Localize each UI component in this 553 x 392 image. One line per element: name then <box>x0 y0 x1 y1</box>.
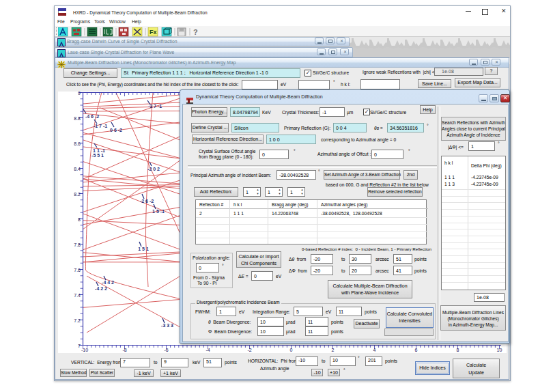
svg-text:-10: -10 <box>81 348 88 352</box>
svg-text:-2: -2 <box>247 348 251 352</box>
svg-text:7: 7 <box>78 344 81 348</box>
svg-text:2: 2 <box>332 348 335 352</box>
svg-text:8: 8 <box>457 348 459 352</box>
svg-text:8.2: 8.2 <box>74 192 81 197</box>
svg-text:0 6 -2: 0 6 -2 <box>110 128 122 132</box>
svg-text:-4: -4 <box>205 348 210 352</box>
svg-text:7.6: 7.6 <box>74 268 81 272</box>
svg-text:-2 0 2: -2 0 2 <box>147 167 160 171</box>
svg-text:1 5 1: 1 5 1 <box>138 247 149 251</box>
svg-text:7.4: 7.4 <box>74 293 81 298</box>
svg-text:8.8: 8.8 <box>74 116 81 121</box>
svg-text:-2 6 -2: -2 6 -2 <box>140 199 154 204</box>
svg-text:Fx: Fx <box>150 29 157 36</box>
svg-text:-1 7 -1: -1 7 -1 <box>94 124 107 128</box>
svg-text:7.8: 7.8 <box>74 242 81 247</box>
svg-text:6: 6 <box>415 348 418 352</box>
svg-text:10: 10 <box>497 348 502 352</box>
svg-text:9: 9 <box>78 92 81 96</box>
svg-text:0: 0 <box>290 348 293 352</box>
svg-text:-4 6 -2: -4 6 -2 <box>85 114 99 119</box>
svg-text:1 5 -1: 1 5 -1 <box>152 209 165 214</box>
svg-text:8.6: 8.6 <box>74 141 81 146</box>
svg-text:8.4: 8.4 <box>74 167 81 171</box>
svg-text:-4 2 2: -4 2 2 <box>95 286 107 291</box>
svg-text:?: ? <box>193 28 198 36</box>
svg-text:4: 4 <box>373 348 376 352</box>
svg-text:-6: -6 <box>164 348 168 352</box>
svg-text:1 1 -1: 1 1 -1 <box>93 148 105 153</box>
svg-text:-8: -8 <box>122 348 126 352</box>
svg-text:-3 3 3: -3 3 3 <box>161 323 173 328</box>
svg-text:7.2: 7.2 <box>74 318 81 323</box>
svg-text:8: 8 <box>78 217 81 222</box>
svg-text:-4 4 2: -4 4 2 <box>102 280 114 285</box>
svg-text:-5 5 1: -5 5 1 <box>91 153 104 158</box>
